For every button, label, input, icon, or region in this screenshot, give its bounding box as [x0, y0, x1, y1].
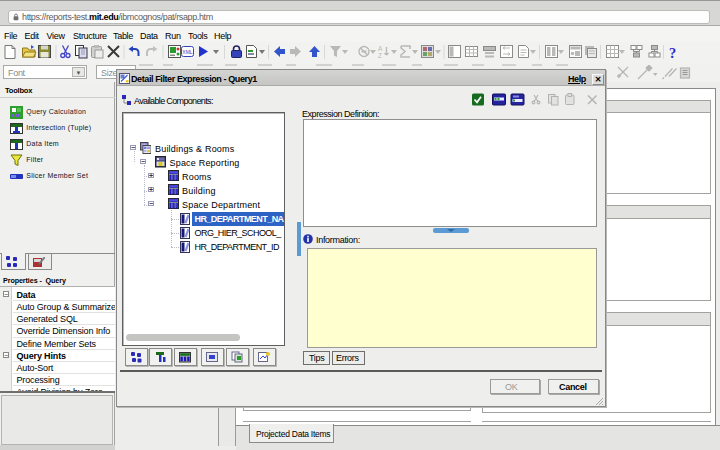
- svg-text:?: ?: [669, 45, 676, 61]
- svg-text:A: A: [378, 45, 383, 52]
- svg-text:XML: XML: [182, 49, 193, 55]
- svg-text:Z: Z: [378, 52, 382, 59]
